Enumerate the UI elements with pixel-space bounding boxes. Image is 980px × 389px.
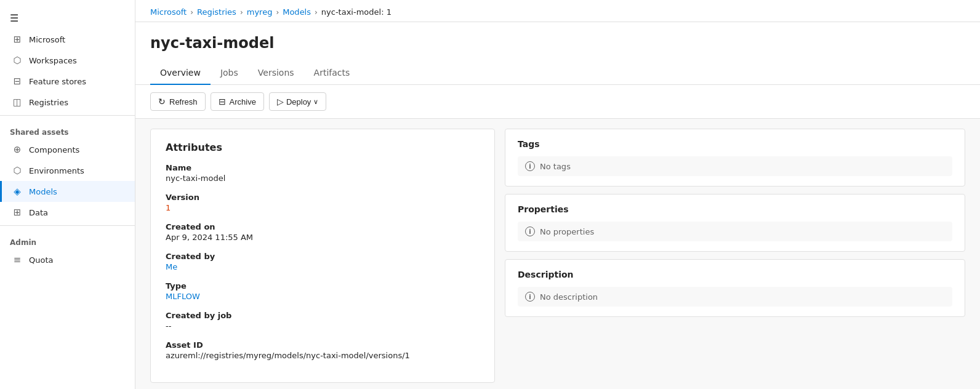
no-properties-row: i No properties <box>518 222 952 241</box>
attr-version-value: 1 <box>166 203 480 212</box>
attr-type-row: Type MLFLOW <box>166 281 480 301</box>
tags-panel-title: Tags <box>518 139 952 149</box>
tags-panel: Tags i No tags <box>505 129 965 186</box>
sidebar-item-workspaces[interactable]: ⬡ Workspaces <box>0 50 135 71</box>
environments-icon: ⬡ <box>12 165 23 176</box>
sidebar-item-data[interactable]: ⊞ Data <box>0 202 135 223</box>
attr-type-value[interactable]: MLFLOW <box>166 292 480 301</box>
admin-header: Admin <box>0 228 135 249</box>
sidebar-item-components[interactable]: ⊕ Components <box>0 139 135 160</box>
archive-icon: ⊟ <box>219 97 226 106</box>
tab-versions[interactable]: Versions <box>248 62 304 85</box>
sidebar-item-models[interactable]: ◈ Models <box>0 181 135 202</box>
hamburger-button[interactable]: ☰ <box>7 10 21 26</box>
refresh-icon: ↻ <box>158 97 166 106</box>
archive-button[interactable]: ⊟ Archive <box>211 92 264 111</box>
toolbar: ↻ Refresh ⊟ Archive ▷ Deploy ∨ <box>135 85 980 119</box>
tab-artifacts[interactable]: Artifacts <box>304 62 360 85</box>
description-info-icon: i <box>525 292 535 302</box>
sidebar: ☰ ⊞ Microsoft ⬡ Workspaces ⊟ Feature sto… <box>0 0 135 389</box>
no-properties-text: No properties <box>540 227 594 236</box>
registries-icon: ◫ <box>12 97 23 108</box>
breadcrumb-registries[interactable]: Registries <box>197 7 236 17</box>
sidebar-item-label: Models <box>29 187 57 196</box>
sidebar-item-feature-stores[interactable]: ⊟ Feature stores <box>0 71 135 92</box>
sidebar-item-environments[interactable]: ⬡ Environments <box>0 160 135 181</box>
sidebar-item-label: Components <box>29 145 79 154</box>
attr-created-on-row: Created on Apr 9, 2024 11:55 AM <box>166 222 480 242</box>
sidebar-nav-items: ⊞ Microsoft ⬡ Workspaces ⊟ Feature store… <box>0 29 135 113</box>
sidebar-divider <box>0 115 135 116</box>
main-area: Microsoft › Registries › myreg › Models … <box>135 0 980 389</box>
attr-version-row: Version 1 <box>166 193 480 212</box>
no-tags-row: i No tags <box>518 156 952 176</box>
sidebar-item-label: Feature stores <box>29 77 86 86</box>
workspaces-icon: ⬡ <box>12 55 23 66</box>
sidebar-item-quota[interactable]: ≡ Quota <box>0 249 135 270</box>
no-tags-text: No tags <box>540 162 571 171</box>
attr-created-on-value: Apr 9, 2024 11:55 AM <box>166 233 480 242</box>
sidebar-item-label: Workspaces <box>29 56 77 65</box>
attr-asset-id-value: azureml://registries/myreg/models/nyc-ta… <box>166 351 480 360</box>
attr-created-by-label: Created by <box>166 252 480 261</box>
attr-created-by-job-value: -- <box>166 321 480 331</box>
page-header: nyc-taxi-model <box>135 22 980 62</box>
no-description-text: No description <box>540 292 598 302</box>
admin-nav: ≡ Quota <box>0 249 135 270</box>
breadcrumb: Microsoft › Registries › myreg › Models … <box>135 0 980 22</box>
sidebar-item-label: Quota <box>29 255 54 265</box>
no-description-row: i No description <box>518 287 952 307</box>
attr-name-value: nyc-taxi-model <box>166 174 480 183</box>
attr-name-row: Name nyc-taxi-model <box>166 163 480 183</box>
tab-overview[interactable]: Overview <box>150 62 211 85</box>
properties-panel-title: Properties <box>518 204 952 214</box>
sidebar-item-label: Data <box>29 208 48 217</box>
breadcrumb-microsoft[interactable]: Microsoft <box>150 7 187 17</box>
shared-assets-nav: ⊕ Components ⬡ Environments ◈ Models ⊞ D… <box>0 139 135 223</box>
right-panels: Tags i No tags Properties i No propertie… <box>505 129 965 383</box>
attributes-card-title: Attributes <box>166 142 480 153</box>
breadcrumb-sep-4: › <box>315 8 318 17</box>
attr-created-on-label: Created on <box>166 222 480 231</box>
shared-assets-header: Shared assets <box>0 118 135 139</box>
description-panel: Description i No description <box>505 259 965 317</box>
sidebar-top: ☰ <box>0 5 135 29</box>
feature-stores-icon: ⊟ <box>12 76 23 87</box>
sidebar-item-registries[interactable]: ◫ Registries <box>0 92 135 113</box>
components-icon: ⊕ <box>12 144 23 155</box>
attributes-card: Attributes Name nyc-taxi-model Version 1… <box>150 129 495 383</box>
sidebar-item-label: Environments <box>29 166 84 175</box>
archive-label: Archive <box>230 97 256 106</box>
deploy-play-icon: ▷ <box>277 97 284 106</box>
tab-jobs[interactable]: Jobs <box>211 62 248 85</box>
deploy-button[interactable]: ▷ Deploy ∨ <box>269 92 326 111</box>
sidebar-item-label: Microsoft <box>29 35 65 44</box>
deploy-label: Deploy <box>286 97 311 106</box>
refresh-label: Refresh <box>169 97 198 106</box>
attr-created-by-job-label: Created by job <box>166 311 480 320</box>
attr-asset-id-label: Asset ID <box>166 340 480 350</box>
quota-icon: ≡ <box>12 254 23 265</box>
admin-divider <box>0 225 135 226</box>
sidebar-item-microsoft[interactable]: ⊞ Microsoft <box>0 29 135 50</box>
attr-version-label: Version <box>166 193 480 202</box>
tabs: Overview Jobs Versions Artifacts <box>135 62 980 85</box>
sidebar-item-label: Registries <box>29 98 68 107</box>
properties-info-icon: i <box>525 227 535 236</box>
attr-created-by-row: Created by Me <box>166 252 480 271</box>
attr-created-by-value[interactable]: Me <box>166 262 480 271</box>
breadcrumb-sep-1: › <box>190 8 193 17</box>
microsoft-icon: ⊞ <box>12 34 23 45</box>
breadcrumb-current: nyc-taxi-model: 1 <box>321 7 392 17</box>
data-icon: ⊞ <box>12 207 23 218</box>
deploy-chevron-icon: ∨ <box>313 98 318 106</box>
refresh-button[interactable]: ↻ Refresh <box>150 92 206 111</box>
tags-info-icon: i <box>525 161 535 171</box>
breadcrumb-models[interactable]: Models <box>283 7 311 17</box>
breadcrumb-myreg[interactable]: myreg <box>247 7 273 17</box>
models-icon: ◈ <box>12 186 23 197</box>
description-panel-title: Description <box>518 270 952 279</box>
properties-panel: Properties i No properties <box>505 194 965 252</box>
breadcrumb-sep-3: › <box>276 8 279 17</box>
page-title: nyc-taxi-model <box>150 34 965 52</box>
